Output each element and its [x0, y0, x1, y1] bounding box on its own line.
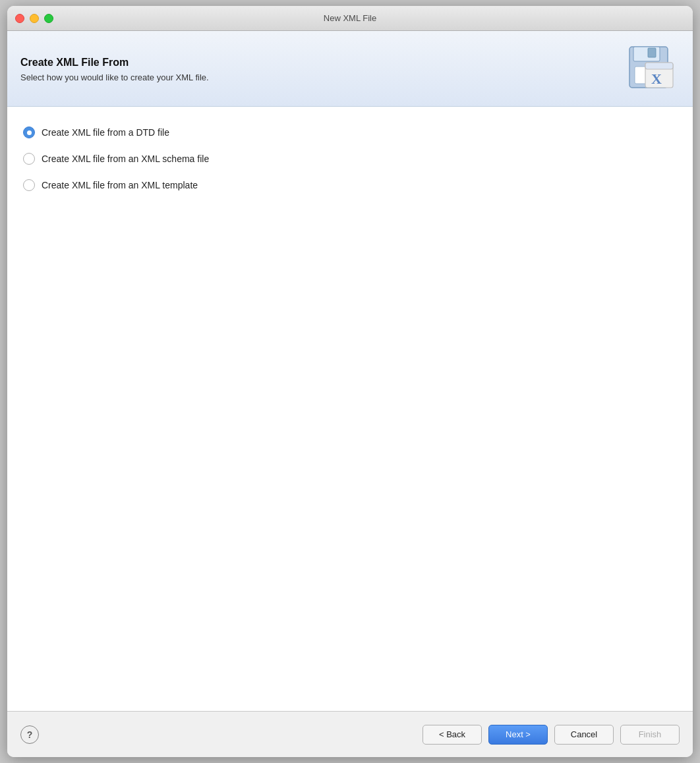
maximize-button[interactable]	[44, 14, 53, 23]
dialog-footer: ? < Back Next > Cancel Finish	[7, 711, 693, 757]
dialog-subtitle: Select how you would like to create your…	[20, 72, 209, 82]
radio-item-schema[interactable]: Create XML file from an XML schema file	[23, 153, 677, 165]
dialog-window: New XML File Create XML File From Select…	[7, 6, 693, 757]
svg-rect-3	[648, 48, 656, 57]
help-button[interactable]: ?	[20, 725, 39, 744]
radio-dtd[interactable]	[23, 127, 35, 138]
window-controls	[15, 14, 53, 23]
radio-template[interactable]	[23, 179, 35, 191]
radio-template-label: Create XML file from an XML template	[42, 180, 198, 190]
back-button[interactable]: < Back	[423, 725, 482, 745]
footer-right: < Back Next > Cancel Finish	[423, 725, 680, 745]
radio-group: Create XML file from a DTD file Create X…	[23, 127, 677, 191]
radio-dtd-label: Create XML file from a DTD file	[42, 127, 169, 138]
radio-item-template[interactable]: Create XML file from an XML template	[23, 179, 677, 191]
cancel-button[interactable]: Cancel	[554, 725, 614, 745]
svg-text:X: X	[651, 71, 662, 87]
radio-schema-label: Create XML file from an XML schema file	[42, 154, 209, 164]
window-title: New XML File	[324, 13, 376, 23]
svg-rect-5	[645, 63, 673, 69]
dialog-header: Create XML File From Select how you woul…	[7, 31, 693, 107]
next-button[interactable]: Next >	[488, 725, 548, 745]
minimize-button[interactable]	[30, 14, 39, 23]
title-bar: New XML File	[7, 6, 693, 31]
finish-button[interactable]: Finish	[620, 725, 680, 745]
header-text-block: Create XML File From Select how you woul…	[20, 57, 209, 82]
close-button[interactable]	[15, 14, 24, 23]
radio-schema[interactable]	[23, 153, 35, 165]
footer-left: ?	[20, 725, 39, 744]
xml-file-icon: X	[627, 43, 680, 96]
dialog-title: Create XML File From	[20, 57, 209, 69]
main-content: Create XML file from a DTD file Create X…	[7, 107, 693, 711]
radio-item-dtd[interactable]: Create XML file from a DTD file	[23, 127, 677, 138]
